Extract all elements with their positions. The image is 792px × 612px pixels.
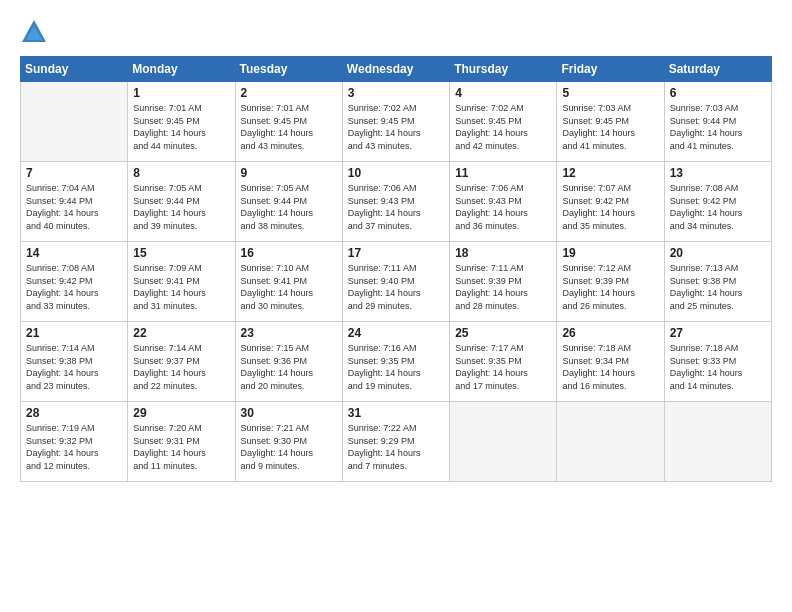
calendar-cell: 17Sunrise: 7:11 AMSunset: 9:40 PMDayligh…: [342, 242, 449, 322]
day-number: 23: [241, 326, 337, 340]
calendar-cell: 16Sunrise: 7:10 AMSunset: 9:41 PMDayligh…: [235, 242, 342, 322]
day-number: 7: [26, 166, 122, 180]
weekday-header-wednesday: Wednesday: [342, 57, 449, 82]
day-number: 2: [241, 86, 337, 100]
calendar-cell: 6Sunrise: 7:03 AMSunset: 9:44 PMDaylight…: [664, 82, 771, 162]
calendar-body: 1Sunrise: 7:01 AMSunset: 9:45 PMDaylight…: [21, 82, 772, 482]
calendar-cell: 15Sunrise: 7:09 AMSunset: 9:41 PMDayligh…: [128, 242, 235, 322]
day-info: Sunrise: 7:22 AMSunset: 9:29 PMDaylight:…: [348, 422, 444, 472]
calendar-cell: 3Sunrise: 7:02 AMSunset: 9:45 PMDaylight…: [342, 82, 449, 162]
day-number: 17: [348, 246, 444, 260]
day-info: Sunrise: 7:11 AMSunset: 9:40 PMDaylight:…: [348, 262, 444, 312]
weekday-header-friday: Friday: [557, 57, 664, 82]
page: SundayMondayTuesdayWednesdayThursdayFrid…: [0, 0, 792, 612]
day-info: Sunrise: 7:07 AMSunset: 9:42 PMDaylight:…: [562, 182, 658, 232]
calendar-cell: 22Sunrise: 7:14 AMSunset: 9:37 PMDayligh…: [128, 322, 235, 402]
calendar-week-2: 7Sunrise: 7:04 AMSunset: 9:44 PMDaylight…: [21, 162, 772, 242]
calendar-cell: 24Sunrise: 7:16 AMSunset: 9:35 PMDayligh…: [342, 322, 449, 402]
day-info: Sunrise: 7:10 AMSunset: 9:41 PMDaylight:…: [241, 262, 337, 312]
day-info: Sunrise: 7:05 AMSunset: 9:44 PMDaylight:…: [133, 182, 229, 232]
day-number: 4: [455, 86, 551, 100]
day-number: 19: [562, 246, 658, 260]
day-number: 15: [133, 246, 229, 260]
calendar-cell: [21, 82, 128, 162]
calendar-cell: 20Sunrise: 7:13 AMSunset: 9:38 PMDayligh…: [664, 242, 771, 322]
day-info: Sunrise: 7:02 AMSunset: 9:45 PMDaylight:…: [455, 102, 551, 152]
calendar-cell: [664, 402, 771, 482]
day-number: 14: [26, 246, 122, 260]
day-info: Sunrise: 7:08 AMSunset: 9:42 PMDaylight:…: [670, 182, 766, 232]
calendar-cell: 12Sunrise: 7:07 AMSunset: 9:42 PMDayligh…: [557, 162, 664, 242]
day-number: 29: [133, 406, 229, 420]
calendar-week-5: 28Sunrise: 7:19 AMSunset: 9:32 PMDayligh…: [21, 402, 772, 482]
day-number: 22: [133, 326, 229, 340]
calendar-cell: 9Sunrise: 7:05 AMSunset: 9:44 PMDaylight…: [235, 162, 342, 242]
day-info: Sunrise: 7:06 AMSunset: 9:43 PMDaylight:…: [348, 182, 444, 232]
day-info: Sunrise: 7:03 AMSunset: 9:45 PMDaylight:…: [562, 102, 658, 152]
calendar-cell: 31Sunrise: 7:22 AMSunset: 9:29 PMDayligh…: [342, 402, 449, 482]
calendar-cell: [557, 402, 664, 482]
day-info: Sunrise: 7:03 AMSunset: 9:44 PMDaylight:…: [670, 102, 766, 152]
calendar-cell: 19Sunrise: 7:12 AMSunset: 9:39 PMDayligh…: [557, 242, 664, 322]
day-number: 10: [348, 166, 444, 180]
calendar-cell: 7Sunrise: 7:04 AMSunset: 9:44 PMDaylight…: [21, 162, 128, 242]
day-number: 25: [455, 326, 551, 340]
day-number: 11: [455, 166, 551, 180]
calendar-cell: 2Sunrise: 7:01 AMSunset: 9:45 PMDaylight…: [235, 82, 342, 162]
weekday-header-tuesday: Tuesday: [235, 57, 342, 82]
weekday-header-sunday: Sunday: [21, 57, 128, 82]
calendar-header: SundayMondayTuesdayWednesdayThursdayFrid…: [21, 57, 772, 82]
calendar-cell: 23Sunrise: 7:15 AMSunset: 9:36 PMDayligh…: [235, 322, 342, 402]
day-number: 9: [241, 166, 337, 180]
day-number: 27: [670, 326, 766, 340]
calendar-cell: [450, 402, 557, 482]
day-number: 12: [562, 166, 658, 180]
calendar-cell: 25Sunrise: 7:17 AMSunset: 9:35 PMDayligh…: [450, 322, 557, 402]
logo-icon: [20, 18, 48, 46]
day-info: Sunrise: 7:14 AMSunset: 9:38 PMDaylight:…: [26, 342, 122, 392]
day-number: 30: [241, 406, 337, 420]
calendar-cell: 27Sunrise: 7:18 AMSunset: 9:33 PMDayligh…: [664, 322, 771, 402]
calendar-cell: 4Sunrise: 7:02 AMSunset: 9:45 PMDaylight…: [450, 82, 557, 162]
day-info: Sunrise: 7:02 AMSunset: 9:45 PMDaylight:…: [348, 102, 444, 152]
day-info: Sunrise: 7:05 AMSunset: 9:44 PMDaylight:…: [241, 182, 337, 232]
weekday-header-saturday: Saturday: [664, 57, 771, 82]
weekday-header-monday: Monday: [128, 57, 235, 82]
calendar-cell: 29Sunrise: 7:20 AMSunset: 9:31 PMDayligh…: [128, 402, 235, 482]
day-number: 21: [26, 326, 122, 340]
day-info: Sunrise: 7:09 AMSunset: 9:41 PMDaylight:…: [133, 262, 229, 312]
calendar-cell: 26Sunrise: 7:18 AMSunset: 9:34 PMDayligh…: [557, 322, 664, 402]
day-info: Sunrise: 7:15 AMSunset: 9:36 PMDaylight:…: [241, 342, 337, 392]
day-info: Sunrise: 7:18 AMSunset: 9:34 PMDaylight:…: [562, 342, 658, 392]
calendar-week-3: 14Sunrise: 7:08 AMSunset: 9:42 PMDayligh…: [21, 242, 772, 322]
calendar-cell: 21Sunrise: 7:14 AMSunset: 9:38 PMDayligh…: [21, 322, 128, 402]
calendar-cell: 18Sunrise: 7:11 AMSunset: 9:39 PMDayligh…: [450, 242, 557, 322]
calendar-cell: 11Sunrise: 7:06 AMSunset: 9:43 PMDayligh…: [450, 162, 557, 242]
calendar-cell: 10Sunrise: 7:06 AMSunset: 9:43 PMDayligh…: [342, 162, 449, 242]
day-number: 8: [133, 166, 229, 180]
day-info: Sunrise: 7:01 AMSunset: 9:45 PMDaylight:…: [241, 102, 337, 152]
day-number: 18: [455, 246, 551, 260]
day-number: 3: [348, 86, 444, 100]
logo: [20, 18, 52, 46]
calendar-cell: 1Sunrise: 7:01 AMSunset: 9:45 PMDaylight…: [128, 82, 235, 162]
day-number: 13: [670, 166, 766, 180]
day-info: Sunrise: 7:18 AMSunset: 9:33 PMDaylight:…: [670, 342, 766, 392]
calendar-week-4: 21Sunrise: 7:14 AMSunset: 9:38 PMDayligh…: [21, 322, 772, 402]
day-info: Sunrise: 7:17 AMSunset: 9:35 PMDaylight:…: [455, 342, 551, 392]
calendar-week-1: 1Sunrise: 7:01 AMSunset: 9:45 PMDaylight…: [21, 82, 772, 162]
day-number: 16: [241, 246, 337, 260]
day-info: Sunrise: 7:11 AMSunset: 9:39 PMDaylight:…: [455, 262, 551, 312]
calendar-cell: 5Sunrise: 7:03 AMSunset: 9:45 PMDaylight…: [557, 82, 664, 162]
day-info: Sunrise: 7:13 AMSunset: 9:38 PMDaylight:…: [670, 262, 766, 312]
day-number: 5: [562, 86, 658, 100]
day-info: Sunrise: 7:16 AMSunset: 9:35 PMDaylight:…: [348, 342, 444, 392]
day-number: 20: [670, 246, 766, 260]
calendar-table: SundayMondayTuesdayWednesdayThursdayFrid…: [20, 56, 772, 482]
calendar-cell: 30Sunrise: 7:21 AMSunset: 9:30 PMDayligh…: [235, 402, 342, 482]
day-info: Sunrise: 7:12 AMSunset: 9:39 PMDaylight:…: [562, 262, 658, 312]
day-number: 31: [348, 406, 444, 420]
day-number: 6: [670, 86, 766, 100]
day-info: Sunrise: 7:06 AMSunset: 9:43 PMDaylight:…: [455, 182, 551, 232]
day-info: Sunrise: 7:21 AMSunset: 9:30 PMDaylight:…: [241, 422, 337, 472]
